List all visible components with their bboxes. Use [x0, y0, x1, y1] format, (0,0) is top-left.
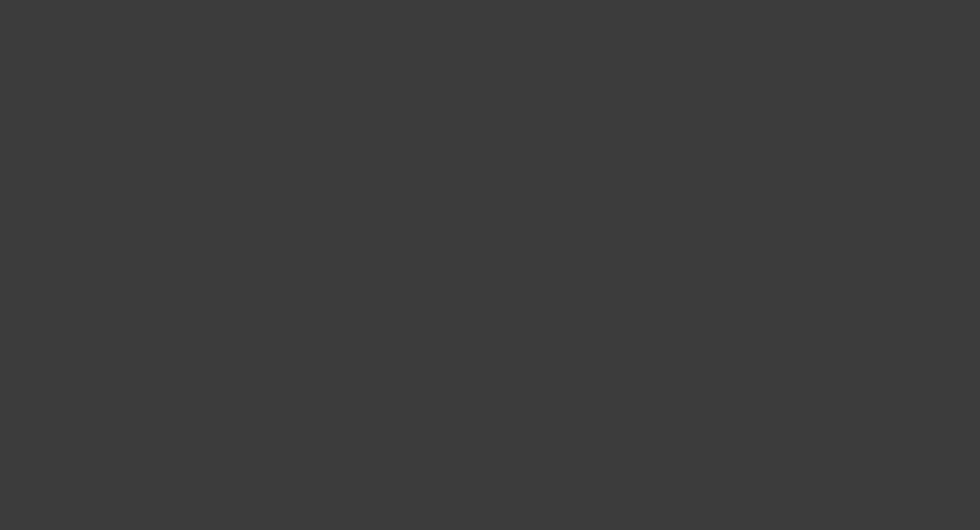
- daw-window: [0, 0, 980, 530]
